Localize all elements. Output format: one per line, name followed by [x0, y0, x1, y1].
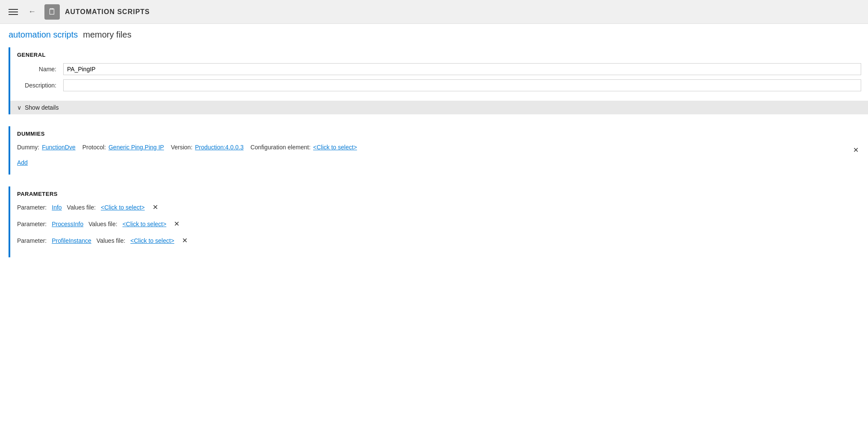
name-label: Name:: [17, 66, 60, 73]
description-input[interactable]: [63, 79, 861, 91]
general-section: GENERAL Name: Description: ∨ Show detail…: [9, 47, 868, 114]
name-input[interactable]: [63, 63, 861, 75]
app-icon: 🗒: [44, 4, 60, 20]
close-icon-0: ✕: [152, 204, 158, 211]
chevron-down-icon: ∨: [17, 104, 21, 111]
param-label-2: Parameter:: [17, 237, 47, 244]
param-close-2[interactable]: ✕: [179, 236, 190, 245]
description-label: Description:: [17, 82, 60, 89]
description-row: Description:: [17, 79, 861, 91]
protocol-label: Protocol:: [82, 144, 106, 151]
param-row-2: Parameter: ProfileInstance Values file: …: [17, 236, 861, 245]
config-field: Configuration element: <Click to select>: [250, 144, 357, 151]
general-section-header: GENERAL: [10, 47, 868, 61]
breadcrumb-link-automation-scripts[interactable]: automation scripts: [9, 30, 78, 40]
version-field: Version: Production:4.0.0.3: [171, 144, 243, 151]
protocol-field: Protocol: Generic Ping.Ping IP: [82, 144, 164, 151]
param-close-1[interactable]: ✕: [171, 219, 182, 229]
close-icon: ✕: [853, 146, 859, 154]
dummies-section: DUMMIES Dummy: FunctionDve Protocol: Gen…: [9, 126, 868, 175]
version-value-link[interactable]: Production:4.0.0.3: [195, 144, 244, 151]
param-value-link-1[interactable]: ProcessInfo: [52, 221, 83, 227]
general-section-body: Name: Description:: [10, 61, 868, 101]
param-label-0: Parameter:: [17, 204, 47, 211]
values-file-label-1: Values file:: [88, 221, 117, 227]
hamburger-menu[interactable]: [7, 7, 20, 17]
protocol-value-link[interactable]: Generic Ping.Ping IP: [108, 144, 164, 151]
close-icon-1: ✕: [174, 220, 179, 227]
param-value-link-0[interactable]: Info: [52, 204, 62, 211]
dummies-section-body: Dummy: FunctionDve Protocol: Generic Pin…: [10, 140, 868, 175]
dummy-close-button[interactable]: ✕: [850, 145, 861, 155]
param-row-0: Parameter: Info Values file: <Click to s…: [17, 202, 861, 212]
parameters-section: PARAMETERS Parameter: Info Values file: …: [9, 186, 868, 257]
top-bar: ← 🗒 AUTOMATION SCRIPTS: [0, 0, 868, 24]
param-label-1: Parameter:: [17, 221, 47, 227]
back-icon: ←: [28, 7, 36, 16]
app-title: AUTOMATION SCRIPTS: [65, 8, 150, 16]
param-value-link-2[interactable]: ProfileInstance: [52, 237, 91, 244]
config-label: Configuration element:: [250, 144, 311, 151]
name-row: Name:: [17, 63, 861, 75]
breadcrumb: automation scripts memory files: [0, 24, 868, 44]
show-details-label: Show details: [25, 104, 59, 111]
version-label: Version:: [171, 144, 193, 151]
dummy-label: Dummy:: [17, 144, 39, 151]
dummy-field: Dummy: FunctionDve: [17, 144, 76, 151]
breadcrumb-current: memory files: [83, 30, 131, 40]
close-icon-2: ✕: [182, 237, 188, 244]
values-file-label-0: Values file:: [67, 204, 96, 211]
main-content: GENERAL Name: Description: ∨ Show detail…: [0, 47, 868, 257]
parameters-section-header: PARAMETERS: [10, 186, 868, 201]
param-row-1: Parameter: ProcessInfo Values file: <Cli…: [17, 219, 861, 229]
values-file-label-2: Values file:: [97, 237, 125, 244]
dummy-value-link[interactable]: FunctionDve: [42, 144, 76, 151]
values-file-link-2[interactable]: <Click to select>: [130, 237, 174, 244]
config-value-link[interactable]: <Click to select>: [313, 144, 357, 151]
dummies-section-header: DUMMIES: [10, 126, 868, 140]
add-dummy-link[interactable]: Add: [17, 159, 28, 166]
show-details-row[interactable]: ∨ Show details: [9, 101, 868, 114]
parameters-section-body: Parameter: Info Values file: <Click to s…: [10, 201, 868, 257]
dummy-row: Dummy: FunctionDve Protocol: Generic Pin…: [17, 142, 357, 152]
dummy-row-wrapper: Dummy: FunctionDve Protocol: Generic Pin…: [17, 142, 861, 157]
values-file-link-0[interactable]: <Click to select>: [101, 204, 145, 211]
back-button[interactable]: ←: [25, 6, 39, 18]
values-file-link-1[interactable]: <Click to select>: [123, 221, 167, 227]
param-close-0[interactable]: ✕: [150, 202, 161, 212]
app-icon-symbol: 🗒: [48, 7, 56, 17]
